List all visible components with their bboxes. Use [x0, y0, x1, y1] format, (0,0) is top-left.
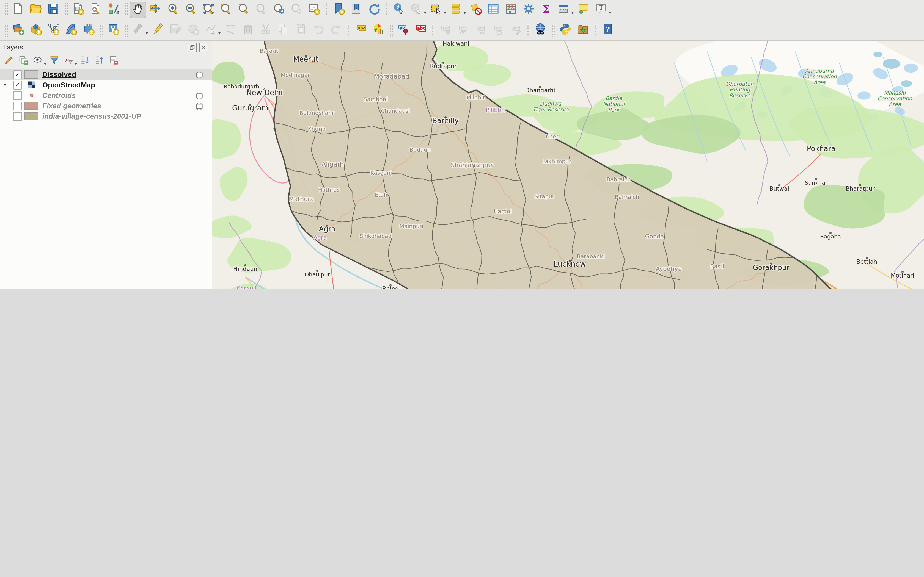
zoom-to-native-resolution-button[interactable]: 1:1 [253, 2, 270, 18]
filter-by-expression-dropdown-icon[interactable]: ▾ [75, 61, 77, 66]
redo-button[interactable] [328, 22, 344, 39]
layer-diagram-options-button[interactable] [370, 22, 387, 39]
rotate-label-button[interactable]: abc [490, 22, 507, 39]
zoom-full-button[interactable] [200, 2, 217, 18]
toolbar-drag-handle[interactable] [593, 24, 597, 37]
toolbar-drag-handle[interactable] [389, 24, 393, 37]
add-group-button[interactable] [16, 55, 30, 68]
toolbar-drag-handle[interactable] [551, 24, 555, 37]
zoom-out-button[interactable] [183, 2, 199, 18]
metasearch-button[interactable] [532, 22, 549, 39]
data-source-manager-button[interactable] [10, 22, 26, 39]
layer-visibility-checkbox[interactable] [13, 91, 22, 100]
memory-layer-indicator-icon[interactable] [195, 70, 204, 79]
paste-features-button[interactable] [292, 22, 309, 39]
toolbar-drag-handle[interactable] [4, 24, 8, 37]
save-layer-edits-button[interactable] [167, 22, 184, 39]
layer-visibility-checkbox[interactable] [13, 102, 22, 110]
manage-map-themes-button[interactable] [31, 55, 44, 68]
toolbar-drag-handle[interactable] [4, 3, 8, 16]
pin-unpin-labels-button[interactable]: abc [437, 22, 454, 39]
layer-visibility-checkbox[interactable]: ✓ [13, 81, 22, 89]
open-layer-styling-button[interactable] [2, 55, 15, 68]
layer-row-fixed-geometries[interactable]: Fixed geometries [0, 101, 212, 111]
open-project-button[interactable] [27, 2, 44, 18]
open-attribute-table-button[interactable] [485, 2, 502, 18]
change-label-button[interactable]: abc [508, 22, 524, 39]
add-feature-button[interactable] [185, 22, 201, 39]
new-geopackage-layer-button[interactable] [27, 22, 44, 39]
identify-features-button[interactable]: i [391, 2, 407, 18]
layer-row-india-village-census-2001-up[interactable]: india-village-census-2001-UP [0, 111, 212, 121]
processing-toolbox-button[interactable] [520, 2, 537, 18]
layer-labeling-options-button[interactable]: abc [352, 22, 369, 39]
field-calculator-button[interactable] [503, 2, 519, 18]
new-spatial-bookmark-button[interactable] [331, 2, 347, 18]
remove-layer-button[interactable] [107, 55, 120, 68]
new-spatialite-layer-button[interactable] [63, 22, 79, 39]
help-button[interactable]: ? [599, 22, 616, 39]
memory-layer-indicator-icon[interactable] [195, 91, 204, 100]
text-annotation-button[interactable]: T [593, 2, 609, 18]
pin-labels-button[interactable]: ab [395, 22, 411, 39]
show-layout-manager-button[interactable] [87, 2, 104, 18]
layer-row-centroids[interactable]: Centroids [0, 90, 212, 101]
copy-features-button[interactable] [275, 22, 291, 39]
current-edits-button[interactable] [130, 22, 146, 39]
toolbar-drag-handle[interactable] [99, 24, 103, 37]
collapse-all-button[interactable] [92, 55, 106, 68]
osm-place-search-button[interactable] [575, 22, 591, 39]
show-spatial-bookmarks-button[interactable] [348, 2, 365, 18]
manage-map-themes-dropdown-icon[interactable]: ▾ [44, 61, 46, 66]
cut-features-button[interactable] [257, 22, 274, 39]
new-shapefile-layer-button[interactable] [45, 22, 61, 39]
zoom-to-layer-button[interactable] [236, 2, 252, 18]
modify-attributes-button[interactable] [222, 22, 239, 39]
layer-row-openstreetmap[interactable]: ▾✓OpenStreetMap [0, 80, 212, 90]
layer-visibility-checkbox[interactable] [13, 112, 22, 121]
map-canvas[interactable]: MeerutNew DelhiBahadurgarhGurugramHaldwa… [212, 41, 924, 288]
toolbar-drag-handle[interactable] [64, 3, 68, 16]
vertex-tool-button[interactable] [202, 22, 219, 39]
zoom-to-selection-button[interactable] [218, 2, 234, 18]
layer-visibility-checkbox[interactable]: ✓ [13, 70, 22, 79]
select-features-by-value-button[interactable] [448, 2, 464, 18]
undo-button[interactable] [310, 22, 327, 39]
layer-row-dissolved[interactable]: ✓Dissolved [0, 69, 212, 80]
new-map-view-button[interactable] [306, 2, 322, 18]
show-hide-labels-button[interactable]: abc [455, 22, 471, 39]
zoom-in-button[interactable] [165, 2, 181, 18]
memory-layer-indicator-icon[interactable] [195, 102, 204, 110]
move-label-button[interactable]: abc [472, 22, 489, 39]
new-project-button[interactable] [10, 2, 26, 18]
toolbar-drag-handle[interactable] [527, 24, 530, 37]
panel-float-button[interactable] [187, 43, 197, 52]
map-tips-button[interactable] [575, 2, 592, 18]
toolbar-drag-handle[interactable] [384, 3, 388, 16]
deselect-features-button[interactable] [467, 2, 484, 18]
run-feature-action-button[interactable] [408, 2, 425, 18]
pan-map-button[interactable] [130, 2, 146, 18]
zoom-last-button[interactable] [271, 2, 287, 18]
toolbar-drag-handle[interactable] [124, 3, 128, 16]
new-virtual-layer-button[interactable] [105, 22, 121, 39]
select-features-button[interactable] [428, 2, 444, 18]
layer-expander-icon[interactable]: ▾ [1, 82, 9, 87]
new-print-layout-button[interactable] [70, 2, 86, 18]
statistical-summary-button[interactable]: Σ [538, 2, 554, 18]
toolbar-drag-handle[interactable] [347, 24, 351, 37]
filter-legend-button[interactable] [47, 55, 60, 68]
save-project-button[interactable] [45, 2, 61, 18]
highlight-unplaced-labels-button[interactable]: abc [412, 22, 429, 39]
style-manager-button[interactable]: a [105, 2, 121, 18]
measure-line-button[interactable] [556, 2, 572, 18]
expand-all-button[interactable] [78, 55, 91, 68]
delete-selected-button[interactable] [240, 22, 256, 39]
filter-by-expression-button[interactable]: ε [61, 55, 75, 68]
toggle-editing-button[interactable] [150, 22, 166, 39]
refresh-button[interactable] [366, 2, 382, 18]
zoom-next-button[interactable] [288, 2, 305, 18]
panel-close-button[interactable] [199, 43, 208, 52]
toolbar-drag-handle[interactable] [124, 24, 128, 37]
toolbar-drag-handle[interactable] [431, 24, 435, 37]
